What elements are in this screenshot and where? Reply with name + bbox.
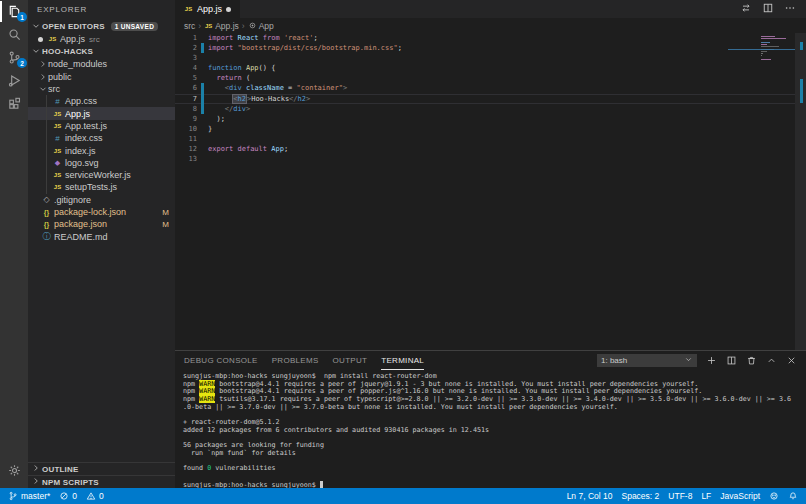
panel-tab-debug-console[interactable]: DEBUG CONSOLE <box>184 351 258 370</box>
status-notifications[interactable] <box>788 491 798 501</box>
tree-folder-public[interactable]: public <box>28 71 175 83</box>
tree-file-readme-md[interactable]: ⓘREADME.md <box>28 230 175 242</box>
breadcrumb-item-app[interactable]: App <box>248 21 274 31</box>
code-editor[interactable]: 1import React from 'react';2import "boot… <box>175 33 806 350</box>
terminal-line: .0-beta || >= 3.7.0-dev || >= 3.7.0-beta… <box>183 404 806 412</box>
file-label: App.test.js <box>65 121 107 131</box>
branch-icon <box>8 491 18 501</box>
status-cursor-position[interactable]: Ln 7, Col 10 <box>567 491 613 501</box>
code-line-2[interactable]: 2import "bootstrap/dist/css/bootstrap.mi… <box>175 43 806 53</box>
maximize-panel-icon[interactable] <box>766 355 777 366</box>
split-terminal-icon[interactable] <box>726 355 737 366</box>
breadcrumb-item-app-js[interactable]: JSApp.js <box>204 21 239 31</box>
panel-tab-problems[interactable]: PROBLEMS <box>272 351 319 370</box>
warning-icon <box>86 491 96 501</box>
editor-actions <box>740 0 806 18</box>
status-encoding[interactable]: UTF-8 <box>668 491 692 501</box>
code-line-6[interactable]: 6 <div className = "container"> <box>175 83 806 93</box>
minimap-line <box>761 51 767 52</box>
terminal-shell-select[interactable]: 1: bash <box>597 354 697 367</box>
tree-file-serviceworker-js[interactable]: JSserviceWorker.js <box>28 169 175 181</box>
minimap[interactable] <box>761 36 793 63</box>
js-file-icon: JS <box>184 6 193 12</box>
git-modified-badge: M <box>162 208 175 217</box>
minimap-line <box>761 40 793 41</box>
status-feedback[interactable] <box>769 491 779 501</box>
open-changes-icon[interactable] <box>740 0 752 18</box>
status-language-mode[interactable]: JavaScript <box>720 491 760 501</box>
js-file-icon: JS <box>52 111 63 117</box>
code-line-13[interactable]: 13 <box>175 154 806 164</box>
line-number: 3 <box>175 53 197 63</box>
panel-tab-terminal[interactable]: TERMINAL <box>381 351 424 370</box>
minimap-line <box>761 55 762 56</box>
project-root-header[interactable]: HOO-HACKS <box>28 45 175 58</box>
npm-scripts-section-header[interactable]: NPM SCRIPTS <box>28 475 175 488</box>
tree-file-app-js[interactable]: JSApp.js <box>28 107 175 119</box>
status-errors[interactable]: 0 <box>59 491 77 501</box>
gear-icon <box>7 463 22 478</box>
status-eol[interactable]: LF <box>701 491 711 501</box>
code-line-8[interactable]: 8 </div> <box>175 104 806 114</box>
activity-item-explorer[interactable]: 1 <box>0 0 28 23</box>
unsaved-dot-icon[interactable] <box>226 7 231 12</box>
terminal-output[interactable]: sungjus-mbp:hoo-hacks sungjuyoon$ npm in… <box>175 370 806 488</box>
activity-item-manage[interactable] <box>0 459 28 482</box>
open-editor-item[interactable]: JSApp.jssrc <box>28 33 175 45</box>
activity-item-search[interactable] <box>0 23 28 46</box>
tree-file-app-test-js[interactable]: JSApp.test.js <box>28 120 175 132</box>
new-terminal-icon[interactable] <box>706 355 717 366</box>
tree-file-index-js[interactable]: JSindex.js <box>28 144 175 156</box>
code-line-text: return ( <box>204 73 250 83</box>
tree-file-index-css[interactable]: #index.css <box>28 132 175 144</box>
activity-item-extensions[interactable] <box>0 92 28 115</box>
tree-file-package-json[interactable]: {}package.jsonM <box>28 218 175 230</box>
line-number: 7 <box>175 94 197 104</box>
tree-folder-node-modules[interactable]: node_modules <box>28 58 175 70</box>
breadcrumb-separator: › <box>242 21 245 31</box>
code-line-7[interactable]: 7 <h2>Hoo-Hacks</h2> <box>175 94 806 104</box>
code-line-5[interactable]: 5 return ( <box>175 73 806 83</box>
line-number: 5 <box>175 73 197 83</box>
outline-section-header[interactable]: OUTLINE <box>28 462 175 475</box>
split-editor-icon[interactable] <box>762 0 774 18</box>
line-number: 8 <box>175 104 197 114</box>
more-actions-icon[interactable] <box>784 0 796 18</box>
chevron-right-icon <box>31 476 41 488</box>
file-label: index.js <box>65 146 96 156</box>
panel-tab-output[interactable]: OUTPUT <box>333 351 368 370</box>
editor-scrollbar[interactable] <box>795 33 806 350</box>
activity-item-run-and-debug[interactable] <box>0 69 28 92</box>
tab-app-js[interactable]: JS App.js <box>175 0 240 18</box>
project-root-label: HOO-HACKS <box>42 47 93 56</box>
code-line-11[interactable]: 11 <box>175 134 806 144</box>
code-line-1[interactable]: 1import React from 'react'; <box>175 33 806 43</box>
code-line-text: import "bootstrap/dist/css/bootstrap.min… <box>204 43 402 53</box>
tree-folder-src[interactable]: src <box>28 83 175 95</box>
code-line-text: import React from 'react'; <box>204 33 318 43</box>
activity-item-source-control[interactable]: 2 <box>0 46 28 69</box>
editor-tab-bar: JS App.js <box>175 0 806 18</box>
code-line-12[interactable]: 12export default App; <box>175 144 806 154</box>
code-line-text: } <box>204 124 212 134</box>
status-warnings[interactable]: 0 <box>86 491 104 501</box>
status-bar: master*00 Ln 7, Col 10Spaces: 2UTF-8LFJa… <box>0 488 806 504</box>
tree-file--gitignore[interactable]: ◇.gitignore <box>28 194 175 206</box>
js-file-icon: JS <box>47 36 58 42</box>
tree-file-logo-svg[interactable]: ◆logo.svg <box>28 157 175 169</box>
status-git-branch[interactable]: master* <box>8 491 50 501</box>
open-editor-description: src <box>89 35 100 44</box>
code-line-4[interactable]: 4function App() { <box>175 63 806 73</box>
code-line-9[interactable]: 9 ); <box>175 114 806 124</box>
tree-file-app-css[interactable]: #App.css <box>28 95 175 107</box>
breadcrumb-item-src[interactable]: src <box>184 21 195 31</box>
code-line-10[interactable]: 10} <box>175 124 806 134</box>
code-line-3[interactable]: 3 <box>175 53 806 63</box>
tree-file-setuptests-js[interactable]: JSsetupTests.js <box>28 181 175 193</box>
file-label: setupTests.js <box>65 182 117 192</box>
kill-terminal-icon[interactable] <box>746 355 757 366</box>
status-indentation[interactable]: Spaces: 2 <box>621 491 659 501</box>
close-panel-icon[interactable] <box>786 355 797 366</box>
open-editors-header[interactable]: OPEN EDITORS 1 UNSAVED <box>28 20 175 33</box>
tree-file-package-lock-json[interactable]: {}package-lock.jsonM <box>28 206 175 218</box>
